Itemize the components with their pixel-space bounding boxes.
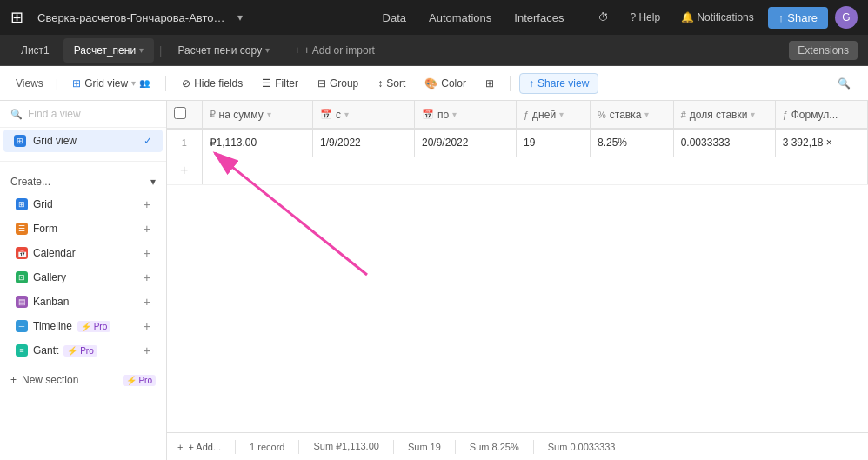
new-section-button[interactable]: + New section ⚡ Pro [0,369,166,391]
add-label: + Add... [188,442,221,452]
bottom-divider-4 [455,440,456,454]
toolbar: Views | ⊞ Grid view ▾ 👥 ⊘ Hide fields ☰ … [0,66,868,101]
nav-data[interactable]: Data [372,8,417,28]
create-section: Create... ▾ ⊞ Grid + ☰ Form + [0,169,166,369]
create-form-item[interactable]: ☰ Form + [10,217,156,240]
toolbar-separator-2 [510,76,511,91]
add-button[interactable]: + + Add... [177,442,221,452]
history-button[interactable]: ⏱ [591,8,616,27]
title-chevron-icon[interactable]: ▾ [237,11,243,23]
top-actions: ⏱ ? Help 🔔 Notifications ↑ Share G [591,6,858,29]
tab-copy-chevron-icon: ▾ [265,45,270,55]
create-calendar-plus-icon: + [144,246,150,260]
tab-list1-label: Лист1 [21,44,50,57]
hash-icon: # [681,110,686,120]
col-checkbox[interactable] [167,101,202,129]
add-row-num-cell: + [167,157,202,184]
add-row-plus-icon[interactable]: + [180,163,188,177]
create-calendar-item[interactable]: 📅 Calendar + [10,242,156,264]
row-num: 1 [167,129,202,157]
cell-dolya-stavki[interactable]: 0.0033333 [673,129,775,157]
create-grid-plus-icon: + [144,197,150,211]
add-or-import-button[interactable]: + + Add or import [287,41,382,60]
search-button[interactable]: 🔍 [831,74,858,93]
find-view-placeholder: Find a view [28,108,81,120]
percent-icon: % [598,110,606,120]
sidebar: 🔍 Find a view ⊞ Grid view ✓ Create... ▾ … [0,101,167,460]
table-header-row: ₽ на сумму ▾ 📅 с ▾ [167,101,868,129]
table-row[interactable]: 1 ₽1,113.00 1/9/2022 20/9/2022 19 8.25% … [167,129,868,157]
grid-view-icon: ⊞ [72,77,81,90]
data-table: ₽ на сумму ▾ 📅 с ▾ [167,101,868,185]
create-header[interactable]: Create... ▾ [10,176,156,188]
create-gallery-plus-icon: + [144,270,150,284]
create-form-icon: ☰ [16,223,28,235]
create-gallery-label: Gallery [33,271,66,283]
grid-view-dropdown-icon: ▾ [131,78,136,88]
cell-po[interactable]: 20/9/2022 [415,129,517,157]
col-s[interactable]: 📅 с ▾ [313,101,415,129]
cell-s[interactable]: 1/9/2022 [313,129,415,157]
top-bar: ⊞ Сверка-расчетов-Гончарова-Автосохранен… [0,0,868,35]
grid-view-button[interactable]: ⊞ Grid view ▾ 👥 [65,74,157,93]
filter-button[interactable]: ☰ Filter [255,74,305,93]
table-add-row-trigger[interactable]: + [167,157,868,184]
help-button[interactable]: ? Help [623,8,667,27]
create-grid-label: Grid [33,198,53,210]
tab-raschet-peni[interactable]: Расчет_пени ▾ [63,38,154,63]
bottom-divider-2 [298,440,299,454]
filter-icon: ☰ [262,77,271,90]
col-dney[interactable]: ƒ дней ▾ [516,101,590,129]
tab-raschet-peni-chevron-icon: ▾ [139,45,144,55]
col-na-summu[interactable]: ₽ на сумму ▾ [202,101,313,129]
tab-list1[interactable]: Лист1 [10,38,60,63]
header-checkbox[interactable] [174,107,186,119]
group-button[interactable]: ⊟ Group [310,74,365,93]
search-icon: 🔍 [838,77,851,90]
cell-dney[interactable]: 19 [516,129,590,157]
top-nav: Data Automations Interfaces [372,8,575,28]
sidebar-search[interactable]: 🔍 Find a view [0,101,166,128]
col-stavka[interactable]: % ставка ▾ [591,101,674,129]
col-dolya-stavki[interactable]: # доля ставки ▾ [673,101,775,129]
cell-stavka[interactable]: 8.25% [591,129,674,157]
share-button[interactable]: ↑ Share [768,7,828,29]
create-gantt-item[interactable]: ≡ Gantt ⚡ Pro + [10,339,156,362]
hide-fields-button[interactable]: ⊘ Hide fields [175,74,250,93]
create-grid-item[interactable]: ⊞ Grid + [10,193,156,216]
bottom-divider-3 [393,440,394,454]
sidebar-divider-1 [0,161,166,162]
notifications-button[interactable]: 🔔 Notifications [674,8,761,27]
create-calendar-icon: 📅 [16,247,28,259]
cell-na-summu[interactable]: ₽1,113.00 [202,129,313,157]
col-formula[interactable]: ƒ Формул... [775,101,867,129]
extensions-button[interactable]: Extensions [789,41,858,60]
add-row-empty-cell [202,157,868,184]
app-logo: ⊞ [10,8,23,27]
gantt-pro-badge: ⚡ Pro [63,345,97,357]
grid-view-icon: ⊞ [14,135,26,147]
create-gallery-item[interactable]: ⊡ Gallery + [10,266,156,289]
table-scroll[interactable]: ₽ на сумму ▾ 📅 с ▾ [167,101,868,432]
color-button[interactable]: 🎨 Color [417,74,473,93]
cell-formula[interactable]: 3 392,18 × [775,129,867,157]
formula-icon-1: ƒ [524,110,529,120]
tab-raschet-peni-copy[interactable]: Расчет пени copy ▾ [167,38,280,63]
nav-interfaces[interactable]: Interfaces [504,8,574,28]
document-title[interactable]: Сверка-расчетов-Гончарова-Автосохранен..… [37,11,229,24]
col-s-sort-icon: ▾ [344,110,349,119]
avatar[interactable]: G [835,6,858,29]
sidebar-item-grid-view[interactable]: ⊞ Grid view ✓ [3,130,163,152]
sort-button[interactable]: ↕ Sort [371,74,412,93]
create-kanban-item[interactable]: ▤ Kanban + [10,290,156,313]
share-view-button[interactable]: ↑ Share view [519,73,598,94]
timeline-pro-badge: ⚡ Pro [77,321,110,332]
plus-icon: + [294,44,300,57]
toolbar-separator-1 [165,76,166,91]
create-timeline-item[interactable]: ─ Timeline ⚡ Pro + [10,315,156,337]
table-icon-button[interactable]: ⊞ [478,74,501,93]
nav-automations[interactable]: Automations [418,8,502,28]
create-timeline-label: Timeline [33,320,72,332]
create-gantt-icon: ≡ [16,344,28,357]
col-po[interactable]: 📅 по ▾ [415,101,517,129]
